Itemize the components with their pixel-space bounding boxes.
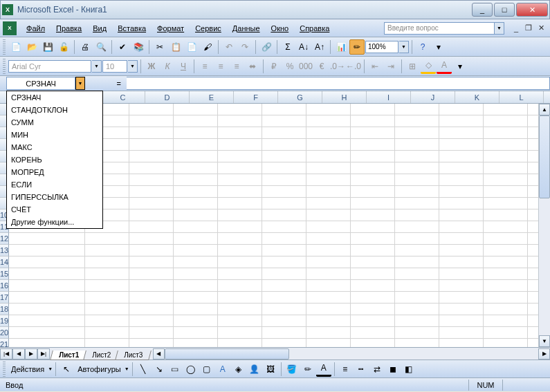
cell[interactable]: [351, 245, 395, 256]
undo-button[interactable]: ↶: [221, 39, 237, 55]
cell[interactable]: [174, 280, 218, 292]
column-header[interactable]: K: [455, 91, 499, 103]
cell[interactable]: [174, 115, 218, 127]
cell[interactable]: [439, 304, 484, 315]
print-button[interactable]: 🖨: [77, 39, 93, 55]
row-header[interactable]: 19: [0, 315, 9, 327]
cell[interactable]: [439, 339, 484, 347]
autoshapes-menu[interactable]: Автофигуры: [75, 365, 124, 373]
cell[interactable]: [218, 339, 262, 347]
cell[interactable]: [218, 304, 262, 315]
cell[interactable]: [484, 233, 528, 245]
cell[interactable]: [85, 327, 129, 339]
decrease-indent-button[interactable]: ⇤: [367, 59, 383, 74]
toolbar-grip[interactable]: [3, 59, 6, 74]
bold-button[interactable]: Ж: [144, 59, 159, 74]
cell[interactable]: [306, 280, 351, 292]
vertical-scrollbar[interactable]: ▲ ▼: [538, 104, 550, 347]
cell[interactable]: [218, 151, 262, 162]
cell[interactable]: [174, 256, 218, 268]
cell[interactable]: [439, 174, 484, 186]
decrease-decimal-button[interactable]: ←.0: [346, 59, 361, 74]
cell[interactable]: [351, 174, 395, 186]
scroll-left-button[interactable]: ◀: [153, 348, 165, 360]
diagram-button[interactable]: ◈: [231, 362, 246, 377]
cell[interactable]: [218, 280, 262, 292]
row-header[interactable]: 13: [0, 245, 9, 256]
cell[interactable]: [395, 280, 439, 292]
cell[interactable]: [262, 104, 306, 115]
cell[interactable]: [306, 256, 351, 268]
cell[interactable]: [484, 139, 528, 151]
cell[interactable]: [9, 339, 85, 347]
cell[interactable]: [351, 162, 395, 174]
cell[interactable]: [9, 292, 85, 304]
cell[interactable]: [218, 127, 262, 139]
cell[interactable]: [129, 233, 174, 245]
cell[interactable]: [484, 280, 528, 292]
cell[interactable]: [262, 198, 306, 209]
cell[interactable]: [439, 127, 484, 139]
cell[interactable]: [351, 209, 395, 221]
cell[interactable]: [262, 162, 306, 174]
cell[interactable]: [439, 245, 484, 256]
cell[interactable]: [218, 139, 262, 151]
cell[interactable]: [218, 162, 262, 174]
scroll-down-button[interactable]: ▼: [539, 335, 550, 347]
sheet-tab[interactable]: Лист2: [83, 351, 120, 360]
comma-button[interactable]: 000: [298, 59, 313, 74]
cell[interactable]: [439, 292, 484, 304]
cell[interactable]: [484, 198, 528, 209]
cell[interactable]: [439, 268, 484, 280]
cell[interactable]: [484, 339, 528, 347]
italic-button[interactable]: К: [160, 59, 175, 74]
menu-help[interactable]: Справка: [294, 22, 335, 35]
cell[interactable]: [306, 292, 351, 304]
cell[interactable]: [174, 221, 218, 233]
cell[interactable]: [262, 233, 306, 245]
cell[interactable]: [262, 127, 306, 139]
help-search-dropdown[interactable]: ▼: [495, 22, 504, 35]
column-header[interactable]: H: [322, 91, 367, 103]
cell[interactable]: [218, 186, 262, 198]
cell[interactable]: [262, 186, 306, 198]
sheet-tab[interactable]: Лист3: [116, 351, 152, 360]
cell[interactable]: [85, 280, 129, 292]
new-button[interactable]: 📄: [8, 39, 24, 55]
line-button[interactable]: ╲: [136, 362, 151, 377]
cell[interactable]: [262, 221, 306, 233]
font-size-dropdown[interactable]: ▼: [128, 60, 138, 73]
autosum-button[interactable]: Σ: [280, 39, 295, 55]
cell[interactable]: [306, 209, 351, 221]
cell[interactable]: [484, 104, 528, 115]
cell[interactable]: [218, 256, 262, 268]
cell[interactable]: [218, 315, 262, 327]
cell[interactable]: [395, 186, 439, 198]
cell[interactable]: [306, 115, 351, 127]
cell[interactable]: [484, 327, 528, 339]
line-color-button[interactable]: ✏: [300, 362, 315, 377]
cell[interactable]: [262, 327, 306, 339]
cell[interactable]: [262, 256, 306, 268]
cell[interactable]: [9, 233, 85, 245]
cell[interactable]: [174, 198, 218, 209]
fn-item-esli[interactable]: ЕСЛИ: [7, 178, 102, 191]
column-header[interactable]: J: [411, 91, 455, 103]
cell[interactable]: [395, 292, 439, 304]
cell[interactable]: [306, 139, 351, 151]
fn-item-summ[interactable]: СУММ: [7, 116, 102, 129]
cell[interactable]: [484, 151, 528, 162]
column-header[interactable]: E: [190, 91, 234, 103]
row-header[interactable]: 14: [0, 256, 9, 268]
cut-button[interactable]: ✂: [152, 39, 167, 55]
arrow-button[interactable]: ↘: [152, 362, 167, 377]
menu-insert[interactable]: Вставка: [112, 22, 152, 35]
cell[interactable]: [218, 327, 262, 339]
cell[interactable]: [306, 186, 351, 198]
cell[interactable]: [218, 115, 262, 127]
cell[interactable]: [174, 327, 218, 339]
cell[interactable]: [174, 233, 218, 245]
cell[interactable]: [218, 209, 262, 221]
cell[interactable]: [306, 162, 351, 174]
cell[interactable]: [174, 339, 218, 347]
